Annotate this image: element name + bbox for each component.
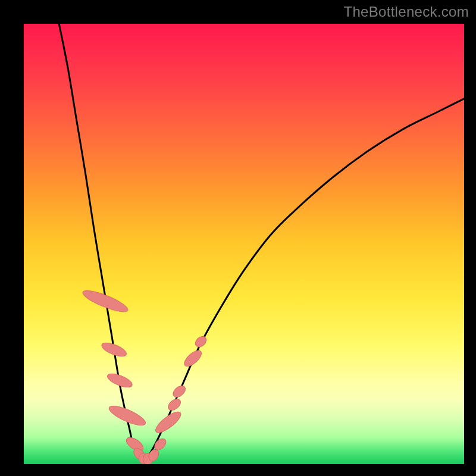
data-point [166,397,183,412]
chart-frame: TheBottleneck.com [0,0,476,476]
data-point [81,287,130,315]
data-point [153,409,184,436]
data-point [193,334,208,349]
data-point [171,384,187,400]
data-point [152,437,168,452]
data-points-group [81,287,209,464]
curve-group [59,24,464,460]
watermark-text: TheBottleneck.com [343,4,469,20]
data-point [106,371,134,390]
chart-svg [24,24,464,464]
data-point [107,402,148,429]
data-point [182,347,204,369]
data-point [100,340,128,359]
data-point [124,435,145,454]
bottleneck-curve [59,24,464,460]
data-point [142,452,154,464]
data-point [147,448,161,463]
data-point [131,446,147,462]
plot-area [24,24,464,464]
data-point [139,453,148,464]
